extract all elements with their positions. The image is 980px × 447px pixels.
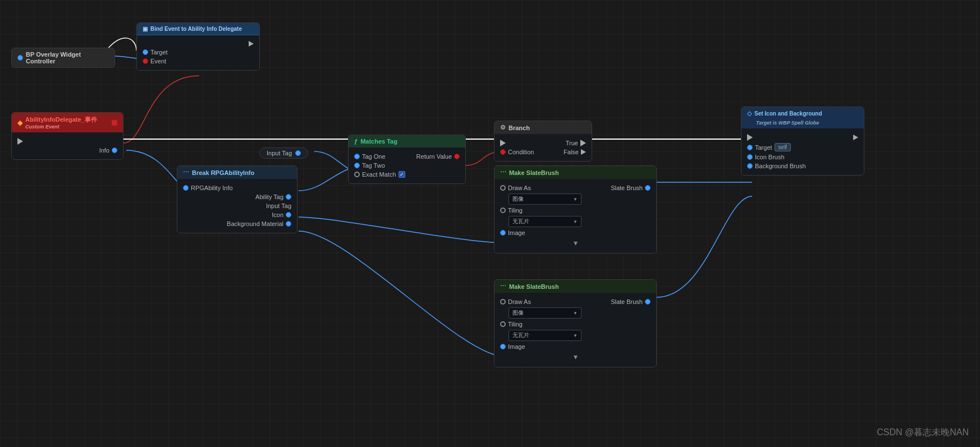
bg-brush-pin[interactable] bbox=[747, 163, 753, 169]
exact-match-checkbox[interactable]: ✓ bbox=[399, 171, 405, 178]
bind-event-body: Target Event bbox=[137, 35, 259, 70]
image-pin[interactable] bbox=[500, 230, 506, 236]
tag-one-pin[interactable] bbox=[354, 154, 360, 159]
bp-overlay-title: BP Overlay Widget Controller bbox=[26, 51, 109, 64]
condition-pin[interactable] bbox=[500, 149, 506, 155]
break-icon-row: Icon bbox=[183, 211, 291, 218]
bp-overlay-node: BP Overlay Widget Controller bbox=[11, 48, 115, 68]
expand-arrow[interactable]: ▾ bbox=[574, 238, 578, 247]
break-ability-info-node: ⋯ Break RPGAbilityInfo RPGAbility Info A… bbox=[177, 165, 297, 233]
draw-as-dropdown[interactable]: 图像 ▼ bbox=[509, 193, 581, 205]
branch-body: True Condition False bbox=[494, 134, 592, 161]
bind-event-exec-out bbox=[143, 41, 254, 47]
draw-as-pin[interactable] bbox=[500, 185, 506, 191]
watermark-text: CSDN @暮志未晚NAN bbox=[877, 427, 969, 437]
ability-tag-pin[interactable] bbox=[286, 194, 291, 200]
exact-match-pin[interactable] bbox=[354, 172, 360, 177]
slate-brush2-pin[interactable] bbox=[645, 299, 651, 305]
slate2-draw-as-dropdown-row: 图像 ▼ bbox=[500, 307, 651, 319]
slate2-draw-as-row: Draw As Slate Brush bbox=[500, 298, 651, 305]
slate1-expand-row: ▾ bbox=[500, 238, 651, 247]
event-pin[interactable] bbox=[143, 58, 148, 64]
info-pin[interactable] bbox=[112, 148, 117, 153]
tiling2-pin[interactable] bbox=[500, 321, 506, 327]
branch-header: ⚙ Branch bbox=[494, 121, 592, 134]
input-tag-bubble-label: Input Tag bbox=[267, 150, 292, 156]
branch-true-pin[interactable] bbox=[580, 140, 586, 146]
draw-as2-pin[interactable] bbox=[500, 299, 506, 305]
tiling-pin[interactable] bbox=[500, 208, 506, 213]
event-label: Event bbox=[150, 58, 166, 64]
set-icon-header: ◇ Set Icon and Background Target is WBP … bbox=[741, 107, 864, 128]
branch-exec-in[interactable] bbox=[500, 140, 506, 146]
branch-false-pin[interactable] bbox=[581, 149, 586, 155]
slate2-tiling-dropdown-row: 无瓦片 ▼ bbox=[500, 330, 651, 341]
slate-brush-pin[interactable] bbox=[645, 185, 651, 191]
draw-as2-dropdown-arrow: ▼ bbox=[573, 311, 578, 316]
false-label: False bbox=[564, 149, 579, 155]
icon-brush-pin[interactable] bbox=[747, 154, 753, 160]
break-input-tag-row: Input Tag bbox=[183, 202, 291, 209]
bg-material-label: Background Material bbox=[227, 220, 283, 227]
draw-as2-value: 图像 bbox=[512, 309, 524, 317]
slate1-tiling-row: Tiling bbox=[500, 207, 651, 214]
bp-overlay-pin[interactable] bbox=[17, 55, 23, 61]
expand2-arrow[interactable]: ▾ bbox=[574, 352, 578, 361]
tiling2-dropdown[interactable]: 无瓦片 ▼ bbox=[509, 330, 581, 341]
tiling-dropdown[interactable]: 无瓦片 ▼ bbox=[509, 216, 581, 227]
ability-delegate-subtitle: Custom Event bbox=[25, 124, 97, 130]
icon-label: Icon bbox=[272, 211, 283, 218]
break-ability-tag-row: Ability Tag bbox=[183, 193, 291, 200]
bg-material-pin[interactable] bbox=[286, 221, 291, 227]
set-icon-bg-brush-row: Background Brush bbox=[747, 163, 858, 169]
set-icon-exec-in[interactable] bbox=[747, 134, 753, 141]
break-input-row: RPGAbility Info bbox=[183, 185, 291, 191]
set-icon-body: Target self Icon Brush Background Brush bbox=[741, 128, 864, 175]
set-icon-exec-out[interactable] bbox=[853, 135, 858, 140]
input-tag-label: Input Tag bbox=[266, 202, 291, 209]
exec-out-pin[interactable] bbox=[17, 138, 23, 145]
slate1-draw-as-row: Draw As Slate Brush bbox=[500, 185, 651, 191]
rpg-ability-info-label: RPGAbility Info bbox=[191, 185, 233, 191]
image-label: Image bbox=[508, 229, 525, 236]
target-in-pin[interactable] bbox=[747, 145, 753, 150]
slate1-title: Make SlateBrush bbox=[509, 169, 559, 176]
bind-event-title: Bind Event to Ability Info Delegate bbox=[150, 26, 242, 32]
watermark: CSDN @暮志未晚NAN bbox=[877, 427, 969, 439]
exact-match-label: Exact Match bbox=[362, 171, 396, 178]
image2-pin[interactable] bbox=[500, 344, 506, 349]
matches-tag-two-row: Tag Two bbox=[354, 162, 460, 169]
set-icon-brush-row: Icon Brush bbox=[747, 154, 858, 160]
ability-delegate-node: ◈ AbilityInfoDelegate_事件 Custom Event In… bbox=[11, 112, 123, 160]
ability-delegate-body: Info bbox=[12, 132, 123, 159]
return-value-pin[interactable] bbox=[454, 154, 460, 159]
slate2-header: ⋯ Make SlateBrush bbox=[494, 280, 656, 293]
tiling2-value: 无瓦片 bbox=[512, 331, 529, 339]
slate2-tiling-row: Tiling bbox=[500, 321, 651, 328]
slate1-tiling-dropdown-row: 无瓦片 ▼ bbox=[500, 216, 651, 227]
input-tag-bubble-pin[interactable] bbox=[295, 150, 301, 156]
matches-tag-header: ƒ Matches Tag bbox=[349, 135, 465, 148]
tag-two-pin[interactable] bbox=[354, 163, 360, 168]
slate-brush-label: Slate Brush bbox=[611, 185, 643, 191]
matches-tag-title: Matches Tag bbox=[360, 138, 397, 145]
return-value-label: Return Value bbox=[416, 153, 452, 160]
rpg-ability-info-pin[interactable] bbox=[183, 185, 189, 191]
icon-pin[interactable] bbox=[286, 212, 291, 218]
slate-brush2-label: Slate Brush bbox=[611, 298, 643, 305]
target-in-label: Target bbox=[755, 144, 772, 151]
set-icon-target-row: Target self bbox=[747, 143, 858, 151]
set-icon-subtitle: Target is WBP Spell Globe bbox=[756, 120, 819, 126]
matches-exact-match-row: Exact Match ✓ bbox=[354, 171, 460, 178]
draw-as-dropdown-arrow: ▼ bbox=[573, 197, 578, 202]
tag-two-label: Tag Two bbox=[362, 162, 385, 169]
slate1-body: Draw As Slate Brush 图像 ▼ Tiling 无瓦片 ▼ Im… bbox=[494, 179, 656, 253]
tag-one-label: Tag One bbox=[362, 153, 386, 160]
draw-as2-dropdown[interactable]: 图像 ▼ bbox=[509, 307, 581, 319]
matches-tag-body: Tag One Return Value Tag Two Exact Match… bbox=[349, 148, 465, 183]
target-pin[interactable] bbox=[143, 49, 148, 55]
info-label: Info bbox=[99, 147, 109, 154]
bind-event-header: ▣ Bind Event to Ability Info Delegate bbox=[137, 23, 259, 35]
exec-out-pin[interactable] bbox=[249, 41, 254, 47]
slate1-header: ⋯ Make SlateBrush bbox=[494, 166, 656, 179]
